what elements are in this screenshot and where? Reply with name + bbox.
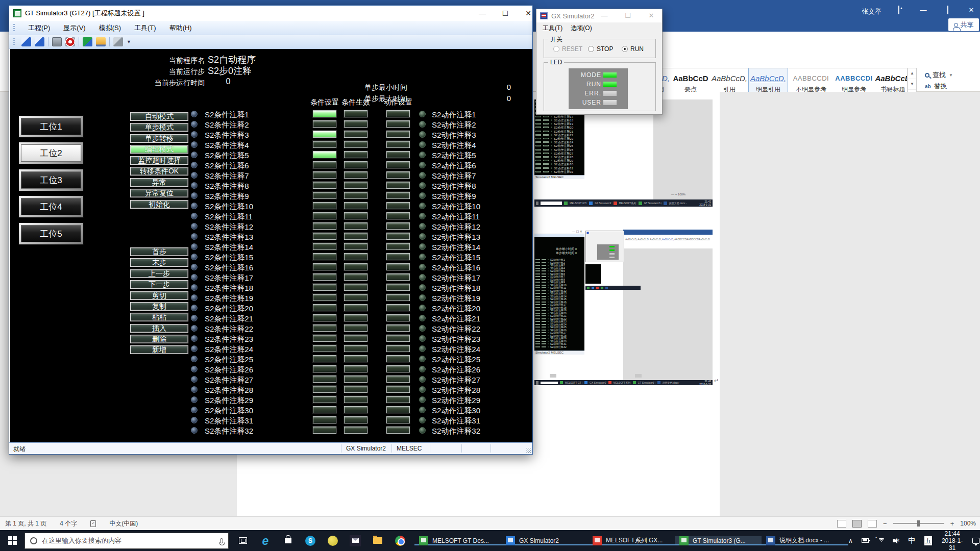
- find-button[interactable]: 查找▼: [925, 69, 980, 81]
- condition-set-led[interactable]: [313, 365, 336, 372]
- gt-maximize-button[interactable]: ☐: [499, 8, 512, 19]
- zoom-in-button[interactable]: +: [950, 520, 954, 528]
- resize-handle[interactable]: [635, 374, 642, 378]
- condition-set-led[interactable]: [313, 202, 336, 209]
- taskbar-task-3[interactable]: GT Simulator3 (G...: [675, 536, 762, 545]
- action-set-led[interactable]: [386, 202, 410, 209]
- condition-set-led[interactable]: [313, 284, 336, 291]
- action-set-led[interactable]: [386, 416, 410, 423]
- file-explorer-icon[interactable]: [372, 535, 384, 547]
- gt-titlebar[interactable]: GT Simulator3 (GT27) [工程标题未设置 ] — ☐ ✕: [9, 6, 532, 21]
- action-set-led[interactable]: [386, 406, 410, 413]
- chrome-icon[interactable]: [394, 535, 406, 547]
- action-set-led[interactable]: [386, 314, 410, 321]
- zoom-slider-thumb[interactable]: [917, 520, 920, 527]
- word-minimize-button[interactable]: —: [916, 4, 931, 16]
- read-mode-icon[interactable]: [837, 520, 846, 528]
- action-set-led[interactable]: [386, 324, 410, 332]
- condition-set-led[interactable]: [313, 324, 336, 332]
- ribbon-display-options-icon[interactable]: [891, 4, 906, 16]
- action-set-led[interactable]: [386, 243, 410, 250]
- page-count[interactable]: 第 1 页, 共 1 页: [5, 519, 46, 528]
- project-read-icon[interactable]: [96, 37, 106, 46]
- open-screen-icon[interactable]: [35, 37, 44, 46]
- action-set-led[interactable]: [386, 131, 410, 138]
- microphone-icon[interactable]: [220, 538, 223, 543]
- device-monitor-icon[interactable]: [83, 37, 92, 46]
- print-layout-icon[interactable]: [852, 520, 862, 528]
- condition-set-led[interactable]: [313, 263, 336, 270]
- gx-maximize-button[interactable]: ☐: [621, 10, 634, 21]
- radio-reset[interactable]: RESET: [553, 45, 582, 53]
- gx-close-button[interactable]: ✕: [645, 10, 658, 21]
- action-set-led[interactable]: [386, 141, 410, 148]
- action-set-led[interactable]: [386, 396, 410, 403]
- action-set-led[interactable]: [386, 284, 410, 291]
- hidden-icons-chevron[interactable]: ∧: [848, 537, 853, 544]
- action-set-led[interactable]: [386, 182, 410, 189]
- action-set-led[interactable]: [386, 386, 410, 393]
- zoom-level[interactable]: 100%: [960, 520, 976, 527]
- open-project-icon[interactable]: [21, 37, 31, 46]
- gx-minimize-button[interactable]: —: [598, 10, 611, 21]
- action-set-led[interactable]: [386, 263, 410, 270]
- action-set-led[interactable]: [386, 273, 410, 281]
- condition-set-led[interactable]: [313, 345, 336, 352]
- stop-simulation-icon[interactable]: [65, 37, 75, 46]
- resize-handle[interactable]: [550, 374, 556, 378]
- edge-icon[interactable]: e: [259, 535, 272, 547]
- language-indicator[interactable]: 中文(中国): [109, 519, 138, 528]
- action-center-icon[interactable]: [972, 538, 979, 544]
- embedded-screenshot-1[interactable]: S2动作注释13S2动作注释14S2动作注释15S2动作注释16S2动作注释17…: [534, 99, 713, 207]
- action-set-led[interactable]: [386, 233, 410, 240]
- word-close-button[interactable]: ✕: [964, 4, 979, 16]
- toolbar-grip[interactable]: [13, 24, 15, 32]
- taskbar-task-1[interactable]: GX Simulator2: [501, 536, 588, 545]
- condition-set-led[interactable]: [313, 406, 336, 413]
- action-set-led[interactable]: [386, 161, 410, 168]
- gt-menu-2[interactable]: 模拟(S): [92, 22, 128, 34]
- condition-set-led[interactable]: [313, 396, 336, 403]
- action-set-led[interactable]: [386, 427, 410, 434]
- action-set-led[interactable]: [386, 120, 410, 128]
- action-set-led[interactable]: [386, 212, 410, 219]
- zoom-out-button[interactable]: −: [883, 520, 887, 528]
- toolbar-grip[interactable]: [13, 38, 15, 46]
- condition-set-led[interactable]: [313, 212, 336, 219]
- action-set-led[interactable]: [386, 294, 410, 301]
- share-button[interactable]: 共享: [948, 18, 979, 31]
- gx-titlebar[interactable]: GX Simulator2 — ☐ ✕: [536, 9, 662, 22]
- action-set-led[interactable]: [386, 375, 410, 383]
- replace-button[interactable]: ab替换: [925, 81, 980, 92]
- zoom-slider[interactable]: [893, 523, 944, 524]
- ime-indicator[interactable]: 中: [908, 536, 916, 545]
- gt-menu-1[interactable]: 显示(V): [57, 22, 92, 34]
- volume-muted-icon[interactable]: ×: [893, 538, 899, 544]
- condition-set-led[interactable]: [313, 110, 336, 117]
- option-setup-icon[interactable]: [113, 37, 123, 46]
- action-set-led[interactable]: [386, 355, 410, 362]
- condition-set-led[interactable]: [313, 131, 336, 138]
- resize-grip-icon[interactable]: [526, 448, 531, 453]
- condition-set-led[interactable]: [313, 182, 336, 189]
- start-button[interactable]: [0, 530, 24, 551]
- condition-set-led[interactable]: [313, 386, 336, 393]
- condition-set-led[interactable]: [313, 416, 336, 423]
- condition-set-led[interactable]: [313, 355, 336, 362]
- taskbar-task-0[interactable]: MELSOFT GT Des...: [414, 536, 501, 545]
- condition-set-led[interactable]: [313, 304, 336, 311]
- mail-icon[interactable]: [349, 535, 361, 547]
- condition-set-led[interactable]: [313, 243, 336, 250]
- gt-close-button[interactable]: ✕: [522, 8, 535, 19]
- wifi-icon[interactable]: *: [877, 538, 884, 544]
- gt-menu-3[interactable]: 工具(T): [128, 22, 163, 34]
- task-view-icon[interactable]: [237, 535, 249, 547]
- embedded-screenshot-2[interactable]: — ☐ ✕单步最小时间 0单步最大时间 0S2动作注释1S2动作注释2S2动作注…: [534, 230, 713, 385]
- monitor-setup-icon[interactable]: [52, 37, 62, 46]
- action-set-led[interactable]: [386, 171, 410, 179]
- gallery-down-icon[interactable]: ▼: [908, 79, 916, 90]
- gx-menu-0[interactable]: 工具(T): [543, 24, 562, 33]
- condition-set-led[interactable]: [313, 120, 336, 128]
- browser-circle-icon[interactable]: [327, 535, 339, 547]
- action-set-led[interactable]: [386, 345, 410, 352]
